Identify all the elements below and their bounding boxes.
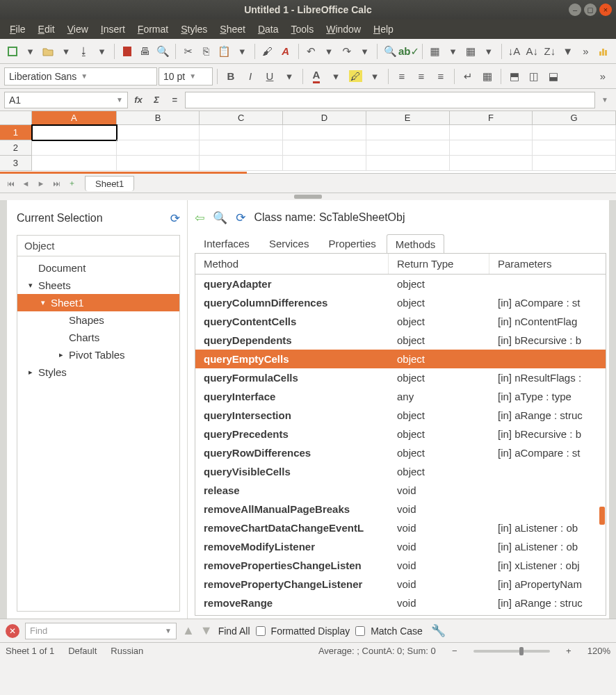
col-header-A[interactable]: A: [32, 111, 117, 125]
status-language[interactable]: Russian: [111, 646, 143, 656]
sort-asc-icon[interactable]: ↓A: [506, 42, 523, 60]
find-all-button[interactable]: Find All: [218, 626, 250, 637]
minimize-button[interactable]: –: [569, 3, 581, 16]
find-next-icon[interactable]: ▼: [200, 623, 213, 638]
zoom-slider[interactable]: [473, 650, 550, 653]
tree-node-charts[interactable]: Charts: [17, 329, 179, 346]
status-style[interactable]: Default: [68, 646, 97, 656]
clone-formatting-icon[interactable]: 🖌: [259, 42, 276, 60]
row-header-2[interactable]: 2: [0, 140, 32, 156]
tree-node-document[interactable]: Document: [17, 259, 179, 277]
sort-desc-icon[interactable]: A↓: [524, 42, 540, 60]
pane-splitter[interactable]: [0, 193, 616, 200]
formatted-display-checkbox[interactable]: [256, 626, 266, 636]
cell-F1[interactable]: [450, 125, 533, 140]
cell-C3[interactable]: [200, 156, 283, 171]
next-sheet-icon[interactable]: ►: [35, 177, 47, 190]
cell-reference-input[interactable]: A1▼: [4, 92, 128, 108]
align-center-icon[interactable]: ≡: [412, 67, 430, 85]
tree-node-pivot-tables[interactable]: ▸ Pivot Tables: [17, 346, 179, 363]
spellcheck-icon[interactable]: ab✓: [400, 42, 418, 60]
cell-B1[interactable]: [117, 125, 200, 140]
menu-file[interactable]: File: [4, 21, 31, 38]
col-header-return[interactable]: Return Type: [389, 254, 489, 274]
expand-formula-icon[interactable]: ▼: [598, 93, 612, 107]
add-sheet-icon[interactable]: ＋: [65, 177, 78, 190]
method-row[interactable]: queryContentCellsobject[in] nContentFlag: [195, 312, 606, 331]
method-row[interactable]: removeAllManualPageBreaksvoid: [195, 500, 606, 518]
status-summary[interactable]: Average: ; CountA: 0; Sum: 0: [318, 646, 436, 656]
new-icon[interactable]: [4, 42, 21, 60]
tree-node-sheets[interactable]: ▾ Sheets: [17, 277, 179, 294]
method-row[interactable]: queryPrecedentsobject[in] bRecursive : b: [195, 425, 606, 443]
bold-icon[interactable]: B: [222, 67, 240, 85]
tree-node-sheet1[interactable]: ▾ Sheet1: [17, 294, 179, 311]
inspector-tab-interfaces[interactable]: Interfaces: [195, 234, 259, 253]
cell-E3[interactable]: [366, 156, 450, 171]
method-row[interactable]: removeChartDataChangeEventLvoid[in] aLis…: [195, 518, 606, 537]
method-row[interactable]: queryIntersectionobject[in] aRange : str…: [195, 406, 606, 425]
back-icon[interactable]: ⇦: [195, 211, 204, 225]
underline-dropdown-icon[interactable]: ▾: [280, 67, 298, 85]
menu-sheet[interactable]: Sheet: [214, 21, 251, 38]
method-row[interactable]: removeModifyListenervoid[in] aListener :…: [195, 537, 606, 556]
find-input[interactable]: Find▼: [25, 623, 177, 639]
last-sheet-icon[interactable]: ⏭: [50, 177, 63, 190]
method-row[interactable]: removeRangevoid[in] aRange : struc: [195, 594, 606, 612]
undo-icon[interactable]: ↶: [302, 42, 319, 60]
methods-table[interactable]: Method Return Type Parameters queryAdapt…: [195, 253, 606, 616]
menu-tools[interactable]: Tools: [286, 21, 320, 38]
spreadsheet-grid[interactable]: ABCDEFG 123: [0, 111, 616, 174]
menu-help[interactable]: Help: [368, 21, 399, 38]
menu-view[interactable]: View: [62, 21, 94, 38]
method-row[interactable]: queryDependentsobject[in] bRecursive : b: [195, 331, 606, 350]
insert-chart-icon[interactable]: [595, 42, 612, 60]
cell-G2[interactable]: [533, 140, 616, 156]
prev-sheet-icon[interactable]: ◄: [19, 177, 32, 190]
formula-input[interactable]: [185, 92, 595, 108]
font-color-dropdown-icon[interactable]: ▾: [327, 67, 345, 85]
menu-styles[interactable]: Styles: [175, 21, 213, 38]
print-preview-icon[interactable]: 🔍: [155, 42, 172, 60]
equals-icon[interactable]: =: [167, 92, 182, 108]
col-header-method[interactable]: Method: [195, 254, 389, 274]
cell-A2[interactable]: [32, 140, 117, 156]
cell-F2[interactable]: [450, 140, 533, 156]
methods-table-body[interactable]: queryAdapterobjectqueryColumnDifferences…: [195, 275, 606, 615]
cell-B2[interactable]: [117, 140, 200, 156]
find-options-icon[interactable]: 🔧: [431, 623, 446, 638]
close-find-icon[interactable]: ✕: [6, 624, 19, 638]
open-dropdown-icon[interactable]: ▾: [58, 42, 74, 60]
col-header-params[interactable]: Parameters: [489, 254, 606, 274]
font-color-icon[interactable]: A: [307, 67, 325, 85]
cell-F3[interactable]: [450, 156, 533, 171]
method-row[interactable]: queryRowDifferencesobject[in] aCompare :…: [195, 443, 606, 462]
method-row[interactable]: queryInterfaceany[in] aType : type: [195, 387, 606, 406]
cell-D3[interactable]: [283, 156, 366, 171]
font-name-combo[interactable]: Liberation Sans▼: [4, 67, 157, 85]
menu-insert[interactable]: Insert: [95, 21, 131, 38]
row-dropdown-icon[interactable]: ▾: [445, 42, 462, 60]
cut-icon[interactable]: ✂: [180, 42, 197, 60]
menu-data[interactable]: Data: [252, 21, 284, 38]
clear-formatting-icon[interactable]: A: [277, 42, 294, 60]
function-wizard-icon[interactable]: fx: [131, 92, 146, 108]
refresh-selection-icon[interactable]: ⟳: [170, 211, 180, 226]
method-row[interactable]: queryColumnDifferencesobject[in] aCompar…: [195, 293, 606, 312]
method-row[interactable]: removePropertyChangeListenervoid[in] aPr…: [195, 575, 606, 594]
row-header-3[interactable]: 3: [0, 156, 32, 171]
menu-edit[interactable]: Edit: [33, 21, 60, 38]
method-row[interactable]: removePropertiesChangeListenvoid[in] xLi…: [195, 556, 606, 575]
method-row[interactable]: queryEmptyCellsobject: [195, 350, 606, 368]
redo-dropdown-icon[interactable]: ▾: [357, 42, 373, 60]
cell-C1[interactable]: [200, 125, 283, 140]
autofilter-icon[interactable]: ▼: [560, 42, 576, 60]
paste-dropdown-icon[interactable]: ▾: [234, 42, 250, 60]
cell-A3[interactable]: [32, 156, 117, 171]
underline-icon[interactable]: U: [261, 67, 279, 85]
align-right-icon[interactable]: ≡: [432, 67, 450, 85]
align-left-icon[interactable]: ≡: [393, 67, 411, 85]
refresh-icon[interactable]: ⟳: [236, 211, 245, 225]
cell-B3[interactable]: [117, 156, 200, 171]
cell-A1[interactable]: [32, 125, 117, 140]
